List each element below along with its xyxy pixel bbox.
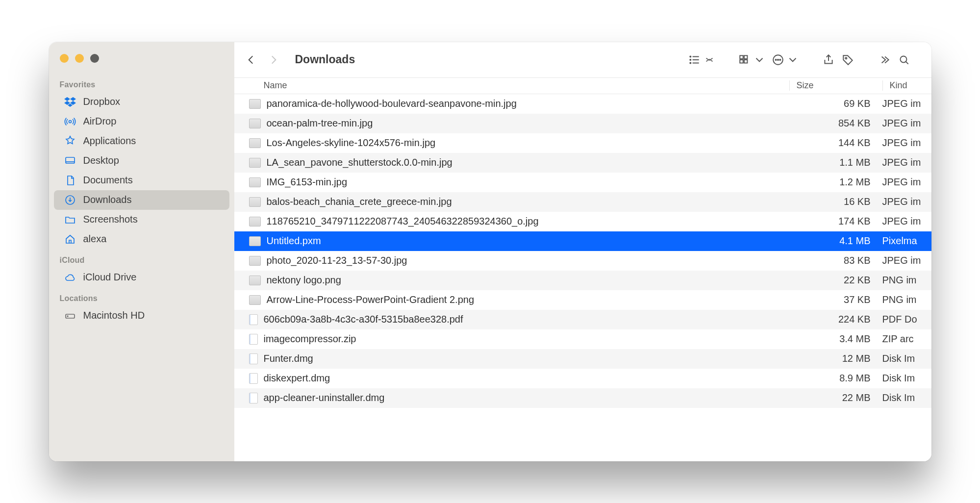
file-row[interactable]: Untitled.pxm4.1 MBPixelma	[234, 231, 931, 251]
sidebar-item-label: Downloads	[83, 194, 132, 205]
main-pane: Downloads	[234, 42, 931, 461]
file-row[interactable]: imagecompressor.zip3.4 MBZIP arc	[234, 329, 931, 349]
file-kind: PNG im	[882, 275, 931, 286]
sidebar-item-icloud-drive[interactable]: iCloud Drive	[54, 268, 229, 287]
search-button[interactable]	[894, 50, 914, 70]
back-button[interactable]	[241, 50, 261, 70]
sidebar-item-home[interactable]: alexa	[54, 229, 229, 249]
svg-point-4	[67, 316, 68, 317]
image-thumbnail-icon	[249, 99, 261, 109]
file-size: 22 KB	[789, 275, 882, 286]
file-name: nektony logo.png	[267, 275, 789, 286]
minimize-window-button[interactable]	[75, 54, 84, 63]
file-kind: JPEG im	[882, 216, 931, 227]
file-name: photo_2020-11-23_13-57-30.jpg	[267, 255, 789, 266]
file-list[interactable]: panoramica-de-hollywood-boulevard-seanpa…	[234, 94, 931, 461]
sidebar-item-macintosh-hd[interactable]: Macintosh HD	[54, 306, 229, 326]
file-name: balos-beach_chania_crete_greece-min.jpg	[267, 196, 789, 207]
group-by-button[interactable]	[735, 50, 769, 70]
file-kind: JPEG im	[882, 157, 931, 168]
toolbar: Downloads	[234, 42, 931, 77]
document-icon	[249, 393, 258, 403]
file-size: 1.2 MB	[789, 176, 882, 188]
svg-rect-8	[740, 55, 743, 59]
document-icon	[249, 373, 258, 384]
close-window-button[interactable]	[60, 54, 69, 63]
file-kind: ZIP arc	[882, 333, 931, 345]
file-name: 606cb09a-3a8b-4c3c-a30f-5315ba8ee328.pdf	[264, 314, 789, 325]
sidebar-item-desktop[interactable]: Desktop	[54, 151, 229, 171]
file-size: 3.4 MB	[789, 333, 882, 345]
file-kind: Disk Im	[882, 392, 931, 403]
file-row[interactable]: Los-Angeles-skyline-1024x576-min.jpg144 …	[234, 133, 931, 153]
column-header-size[interactable]: Size	[789, 80, 882, 91]
image-thumbnail-icon	[249, 197, 261, 207]
file-row[interactable]: Arrow-Line-Process-PowerPoint-Gradient 2…	[234, 290, 931, 310]
column-headers[interactable]: Name Size Kind	[234, 77, 931, 94]
sidebar-item-screenshots[interactable]: Screenshots	[54, 210, 229, 229]
file-kind: JPEG im	[882, 137, 931, 149]
file-size: 1.1 MB	[789, 157, 882, 168]
sidebar-item-label: AirDrop	[83, 116, 117, 127]
sidebar-item-dropbox[interactable]: Dropbox	[54, 92, 229, 112]
column-header-kind[interactable]: Kind	[882, 80, 931, 91]
action-menu-button[interactable]	[769, 50, 802, 70]
svg-point-13	[775, 59, 776, 60]
sidebar-item-downloads[interactable]: Downloads	[54, 190, 229, 210]
sidebar-item-label: iCloud Drive	[83, 272, 137, 283]
svg-point-15	[779, 59, 780, 60]
file-size: 83 KB	[789, 255, 882, 266]
file-row[interactable]: LA_sean_pavone_shutterstock.0.0-min.jpg1…	[234, 153, 931, 173]
file-row[interactable]: diskexpert.dmg8.9 MBDisk Im	[234, 369, 931, 388]
file-row[interactable]: IMG_6153-min.jpg1.2 MBJPEG im	[234, 173, 931, 192]
sidebar-item-label: Documents	[83, 175, 133, 186]
image-thumbnail-icon	[249, 138, 261, 148]
column-header-name[interactable]: Name	[264, 80, 789, 91]
document-icon	[249, 314, 258, 325]
file-row[interactable]: app-cleaner-uninstaller.dmg22 MBDisk Im	[234, 388, 931, 408]
file-row[interactable]: 118765210_3479711222087743_2405463228593…	[234, 212, 931, 231]
image-thumbnail-icon	[249, 276, 261, 285]
sidebar-item-label: Desktop	[83, 155, 119, 166]
file-name: ocean-palm-tree-min.jpg	[267, 118, 789, 129]
sidebar-item-label: Applications	[83, 135, 136, 147]
forward-button[interactable]	[264, 50, 283, 70]
file-name: LA_sean_pavone_shutterstock.0.0-min.jpg	[267, 157, 789, 168]
sidebar-section-icloud: iCloud	[49, 249, 234, 268]
file-name: Arrow-Line-Process-PowerPoint-Gradient 2…	[267, 294, 789, 305]
svg-rect-9	[744, 55, 747, 59]
file-size: 37 KB	[789, 294, 882, 305]
share-button[interactable]	[819, 50, 838, 70]
svg-point-0	[69, 120, 71, 123]
file-row[interactable]: photo_2020-11-23_13-57-30.jpg83 KBJPEG i…	[234, 251, 931, 271]
file-row[interactable]: 606cb09a-3a8b-4c3c-a30f-5315ba8ee328.pdf…	[234, 310, 931, 329]
file-row[interactable]: Funter.dmg12 MBDisk Im	[234, 349, 931, 369]
zoom-window-button[interactable]	[90, 54, 99, 63]
overflow-button[interactable]	[875, 50, 894, 70]
file-kind: JPEG im	[882, 196, 931, 207]
file-kind: Disk Im	[882, 373, 931, 384]
sidebar-item-applications[interactable]: Applications	[54, 131, 229, 151]
file-kind: JPEG im	[882, 255, 931, 266]
sidebar-item-label: alexa	[83, 233, 107, 245]
sidebar-item-airdrop[interactable]: AirDrop	[54, 112, 229, 131]
folder-icon	[64, 213, 76, 226]
file-row[interactable]: panoramica-de-hollywood-boulevard-seanpa…	[234, 94, 931, 114]
document-icon	[249, 353, 258, 364]
image-thumbnail-icon	[249, 256, 261, 266]
file-size: 69 KB	[789, 98, 882, 109]
sidebar-item-documents[interactable]: Documents	[54, 171, 229, 190]
view-list-button[interactable]	[685, 50, 719, 70]
file-name: panoramica-de-hollywood-boulevard-seanpa…	[267, 98, 789, 109]
file-row[interactable]: nektony logo.png22 KBPNG im	[234, 271, 931, 290]
home-icon	[64, 233, 76, 246]
sidebar-item-label: Dropbox	[83, 96, 121, 107]
file-name: imagecompressor.zip	[264, 333, 789, 345]
sidebar: Favorites Dropbox AirDrop Applications	[49, 42, 234, 461]
file-row[interactable]: balos-beach_chania_crete_greece-min.jpg1…	[234, 192, 931, 212]
file-row[interactable]: ocean-palm-tree-min.jpg854 KBJPEG im	[234, 114, 931, 133]
image-thumbnail-icon	[249, 217, 261, 226]
file-name: Untitled.pxm	[267, 235, 789, 247]
tags-button[interactable]	[838, 50, 858, 70]
window-controls	[49, 51, 234, 74]
